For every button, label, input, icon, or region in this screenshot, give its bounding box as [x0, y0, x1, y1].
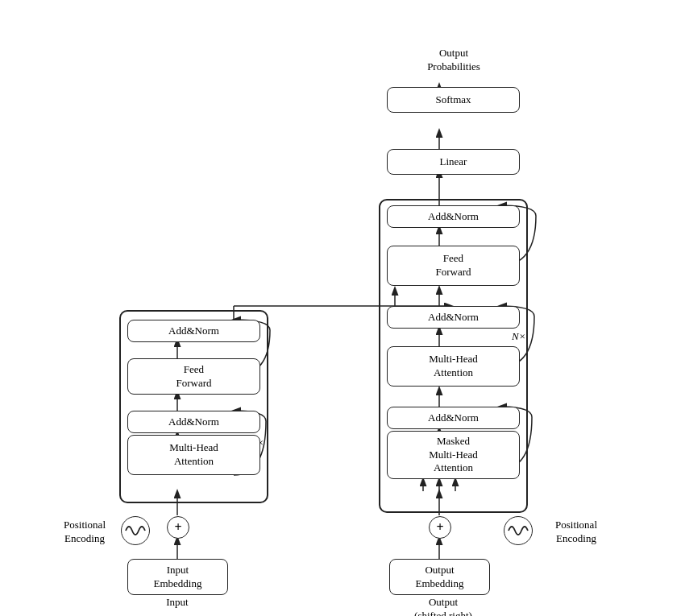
encoder-positional-encoding-label: PositionalEncoding — [48, 519, 121, 546]
encoder-add-norm-1: Add&Norm — [127, 411, 260, 433]
encoder-plus-circle: + — [167, 516, 189, 539]
decoder-output-shifted-label: Output(shifted right) — [395, 596, 492, 616]
decoder-feed-forward: FeedForward — [387, 246, 520, 286]
decoder-plus-circle: + — [429, 516, 451, 539]
decoder-output-embedding: OutputEmbedding — [389, 559, 490, 595]
encoder-positional-encoding-symbol — [121, 516, 150, 545]
decoder-add-norm-2: Add&Norm — [387, 306, 520, 329]
decoder-masked-attention: MaskedMulti-HeadAttention — [387, 431, 520, 479]
decoder-positional-encoding-symbol — [504, 516, 533, 545]
decoder-nx-label: N× — [512, 330, 525, 343]
decoder-softmax: Softmax — [387, 87, 520, 113]
encoder-add-norm-2: Add&Norm — [127, 320, 260, 342]
decoder-linear: Linear — [387, 149, 520, 175]
decoder-add-norm-3: Add&Norm — [387, 205, 520, 228]
output-probabilities-label: OutputProbabilities — [401, 47, 506, 74]
encoder-input-embedding: InputEmbedding — [127, 559, 228, 595]
encoder-multi-head-attention: Multi-HeadAttention — [127, 435, 260, 475]
decoder-positional-encoding-label: PositionalEncoding — [536, 519, 616, 546]
encoder-input-label: Input — [149, 596, 206, 610]
encoder-feed-forward: FeedForward — [127, 358, 260, 395]
decoder-add-norm-1: Add&Norm — [387, 407, 520, 429]
decoder-cross-multi-head-attention: Multi-HeadAttention — [387, 346, 520, 387]
transformer-diagram: N× FeedForward Add&Norm Add&Norm Multi-H… — [0, 0, 685, 616]
